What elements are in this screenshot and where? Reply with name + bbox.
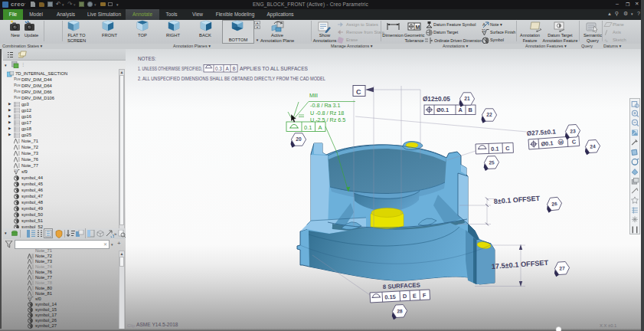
svg-text:A: A [482, 22, 485, 27]
svg-text:M: M [416, 25, 420, 30]
svg-text:32: 32 [482, 29, 486, 33]
svg-text:32: 32 [28, 297, 31, 300]
svg-text:32: 32 [14, 169, 17, 172]
